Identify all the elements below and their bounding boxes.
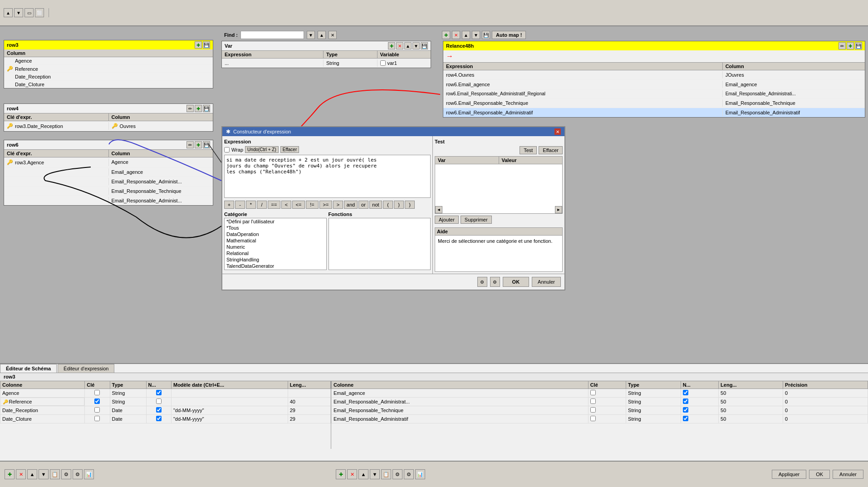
or-btn[interactable]: or (358, 201, 368, 209)
row3-save-btn[interactable]: 💾 (203, 41, 210, 49)
eq-btn[interactable]: == (268, 201, 280, 209)
row6-save-btn[interactable]: 💾 (203, 141, 210, 148)
cle-checkbox[interactable] (94, 398, 100, 404)
right-cle-cb[interactable] (590, 390, 596, 395)
var-checkbox[interactable] (380, 60, 386, 66)
div-btn[interactable]: / (257, 201, 267, 209)
expression-textarea[interactable]: si ma date de reception + 2 est un jour … (224, 155, 431, 198)
cat-item[interactable]: *Défini par l'utilisateur (225, 218, 326, 225)
btr-chart-btn[interactable]: 📊 (415, 469, 425, 479)
gte-btn[interactable]: >= (319, 201, 332, 209)
right-cle-cb[interactable] (590, 398, 596, 404)
expr-settings-btn1[interactable]: ⚙ (477, 277, 487, 287)
expr-dialog-close-btn[interactable]: ✕ (554, 128, 561, 135)
undo-btn[interactable]: Undo(Ctrl + Z) (245, 146, 279, 153)
find-up-btn[interactable]: ▲ (318, 31, 326, 39)
ne-btn[interactable]: != (306, 201, 319, 209)
lte-btn[interactable]: <= (292, 201, 305, 209)
cat-item[interactable]: Numeric (225, 244, 326, 250)
expr-settings-btn2[interactable]: ⚙ (490, 277, 500, 287)
max-btn[interactable]: ⬜ (35, 8, 44, 17)
appliquer-btn[interactable]: Appliquer (772, 470, 806, 479)
cle-checkbox[interactable] (94, 407, 100, 413)
save-btn[interactable]: 💾 (482, 31, 490, 39)
up-btn[interactable]: ▲ (4, 8, 13, 17)
effacer-btn[interactable]: Effacer (280, 146, 299, 153)
cat-item[interactable]: DataOperation (225, 231, 326, 237)
red-x-btn[interactable]: ✕ (452, 31, 460, 39)
btl-s1-btn[interactable]: ⚙ (61, 469, 71, 479)
btr-up-btn[interactable]: ▲ (358, 469, 368, 479)
ajouter-btn[interactable]: Ajouter (435, 216, 459, 224)
btl-s2-btn[interactable]: ⚙ (73, 469, 83, 479)
test-scroll-left[interactable]: ◄ (435, 206, 442, 213)
btr-down-btn[interactable]: ▼ (370, 469, 380, 479)
right-cle-cb[interactable] (590, 407, 596, 413)
down-arrow-btn[interactable]: ▼ (472, 31, 480, 39)
row6-add-btn[interactable]: ✚ (195, 141, 202, 148)
tab-expression[interactable]: Éditeur d'expression (58, 364, 114, 373)
btr-add-btn[interactable]: ✚ (336, 469, 346, 479)
cle-checkbox[interactable] (94, 390, 100, 395)
tab-schema[interactable]: Éditeur de Schéma (0, 364, 57, 373)
green-add-btn[interactable]: ✚ (442, 31, 450, 39)
find-down-btn[interactable]: ▼ (307, 31, 315, 39)
btl-copy-btn[interactable]: 📋 (50, 469, 60, 479)
btl-del-btn[interactable]: ✕ (16, 469, 26, 479)
row4-edit-btn[interactable]: ✏ (186, 105, 194, 112)
n-checkbox[interactable] (156, 407, 162, 413)
not-btn[interactable]: not (369, 201, 382, 209)
var-down-btn[interactable]: ▼ (412, 42, 420, 49)
test-scroll-right[interactable]: ► (555, 206, 562, 213)
right-n-cb[interactable] (683, 390, 688, 395)
row6-edit-btn[interactable]: ✏ (186, 141, 194, 148)
btl-add-btn[interactable]: ✚ (5, 469, 15, 479)
btr-del-btn[interactable]: ✕ (347, 469, 357, 479)
relance-edit-btn[interactable]: ✏ (839, 42, 846, 49)
expr-annuler-btn[interactable]: Annuler (532, 277, 561, 287)
right-n-cb[interactable] (683, 398, 688, 404)
wrap-checkbox[interactable] (224, 147, 230, 152)
n-checkbox[interactable] (156, 390, 162, 395)
rparen2-btn[interactable]: ) (405, 201, 415, 209)
rparen-btn[interactable]: ) (394, 201, 404, 209)
expr-ok-btn[interactable]: OK (503, 277, 530, 287)
btl-up-btn[interactable]: ▲ (27, 469, 37, 479)
var-up-btn[interactable]: ▲ (404, 42, 412, 49)
right-n-cb[interactable] (683, 416, 688, 421)
var-add-btn[interactable]: ✚ (388, 42, 395, 49)
relance-save-btn[interactable]: 💾 (855, 42, 862, 49)
cat-item[interactable]: StringHandling (225, 256, 326, 263)
var-save-btn[interactable]: 💾 (421, 42, 428, 49)
relance-add-btn[interactable]: ✚ (847, 42, 854, 49)
btr-copy-btn[interactable]: 📋 (381, 469, 391, 479)
gt-btn[interactable]: > (333, 201, 343, 209)
test-effacer-btn[interactable]: Effacer (539, 146, 563, 154)
btl-chart-btn[interactable]: 📊 (84, 469, 94, 479)
cat-item[interactable]: Relational (225, 250, 326, 256)
annuler-btn[interactable]: Annuler (833, 470, 863, 479)
lt-btn[interactable]: < (281, 201, 291, 209)
ok-btn[interactable]: OK (809, 470, 830, 479)
n-checkbox[interactable] (156, 416, 162, 421)
btr-s1-btn[interactable]: ⚙ (392, 469, 402, 479)
cat-item[interactable]: TalendDataGenerator (225, 263, 326, 269)
row4-save-btn[interactable]: 💾 (203, 105, 210, 112)
right-cle-cb[interactable] (590, 416, 596, 421)
row4-add-btn[interactable]: ✚ (195, 105, 202, 112)
cat-item[interactable]: Mathematical (225, 237, 326, 244)
find-input[interactable] (240, 31, 304, 39)
test-btn[interactable]: Test (520, 146, 537, 154)
btr-s2-btn[interactable]: ⚙ (404, 469, 414, 479)
and-btn[interactable]: and (344, 201, 358, 209)
cle-checkbox[interactable] (94, 416, 100, 421)
up-arrow-btn[interactable]: ▲ (462, 31, 470, 39)
mult-btn[interactable]: * (246, 201, 256, 209)
auto-map-btn[interactable]: Auto map ! (492, 31, 526, 39)
minus-btn[interactable]: - (235, 201, 245, 209)
lparen-btn[interactable]: ( (383, 201, 393, 209)
cat-item[interactable]: *Tous (225, 225, 326, 231)
min-btn[interactable]: ▭ (25, 8, 34, 17)
row3-add-btn[interactable]: ✚ (195, 41, 202, 49)
plus-btn[interactable]: + (224, 201, 234, 209)
